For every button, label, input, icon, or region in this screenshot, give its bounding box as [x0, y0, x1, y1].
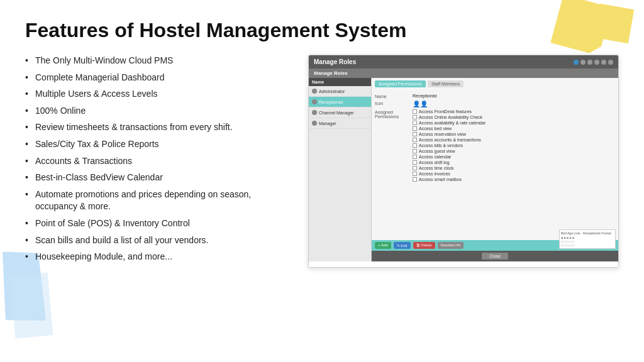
perm-item-2: Access availability & rate calendar [413, 121, 486, 125]
ui-body: Name Administrator Receptionist Channel … [309, 78, 618, 261]
avatar-icon [312, 121, 317, 126]
edit-button[interactable]: ✎ Edit [394, 242, 411, 249]
content-area: The Only Multi-Window Cloud PMSComplete … [25, 55, 619, 268]
dot4 [594, 60, 599, 65]
perm-item-0: Access FrontDesk features [413, 109, 486, 114]
ui-sidebar: Name Administrator Receptionist Channel … [309, 78, 372, 261]
perm-label-8: Access calendar [419, 155, 451, 159]
tab-assigned-permissions[interactable]: Assigned Permissions [375, 80, 426, 87]
perm-item-10: Access time clock [413, 166, 486, 170]
form-label-name: Name [375, 94, 409, 99]
ui-form-area: Name Receptionist Icon 👤👤 AssignedPermis… [372, 90, 618, 240]
perm-item-7: Access guest view [413, 149, 486, 153]
dot3 [587, 60, 592, 65]
feature-item-6: Accounts & Transactions [25, 155, 289, 168]
feature-item-8: Automate promotions and prices depending… [25, 189, 289, 213]
perm-label-5: Access accounts & transactions [419, 138, 481, 142]
perm-item-1: Access Online Availability Check [413, 115, 486, 119]
ui-tabs-area: Assigned Permissions Staff Members [372, 78, 618, 90]
form-label-icon: Icon [375, 101, 409, 106]
perm-label-9: Access shift log [419, 160, 450, 165]
avatar-icon [312, 99, 317, 104]
perm-item-11: Access invoices [413, 172, 486, 176]
sidebar-label-channel-manager: Channel Manager [319, 111, 354, 115]
sidebar-item-manager[interactable]: Manager [309, 118, 371, 129]
perm-label-1: Access Online Availability Check [419, 115, 482, 119]
form-row-name: Name Receptionist [375, 94, 615, 99]
perm-checkbox-2[interactable] [413, 121, 417, 125]
feature-item-3: 100% Online [25, 105, 289, 118]
close-button[interactable]: Close [482, 253, 508, 260]
tab-staff-members[interactable]: Staff Members [428, 80, 464, 87]
perm-label-7: Access guest view [419, 149, 455, 153]
ui-tabs: Assigned Permissions Staff Members [375, 80, 615, 87]
sidebar-label-manager: Manager [319, 121, 336, 126]
sidebar-label-administrator: Administrator [319, 89, 345, 94]
ui-subheader: Manage Roles [309, 69, 618, 78]
delete-button[interactable]: 🗑 Delete [413, 242, 435, 249]
ui-subheader-title: Manage Roles [314, 70, 348, 76]
perm-label-3: Access bed view [419, 126, 452, 131]
perm-checkbox-7[interactable] [413, 149, 417, 153]
sidebar-item-receptionist[interactable]: Receptionist [309, 97, 371, 107]
sidebar-item-channel-manager[interactable]: Channel Manager [309, 107, 371, 118]
perm-checkbox-6[interactable] [413, 143, 417, 148]
perm-label-12: Access smart mailbox [419, 177, 462, 182]
perm-checkbox-3[interactable] [413, 126, 417, 131]
perm-label-11: Access invoices [419, 172, 450, 176]
perm-checkbox-10[interactable] [413, 166, 417, 170]
page-container: Features of Hostel Management System The… [0, 0, 644, 362]
form-value-icon: 👤👤 [413, 101, 428, 107]
ui-header-title: Manage Roles [314, 58, 356, 65]
feature-item-10: Scan bills and build a list of all your … [25, 234, 289, 247]
ui-header-bar: Manage Roles [309, 55, 618, 69]
add-button[interactable]: + Add [375, 242, 391, 249]
perm-item-9: Access shift log [413, 160, 486, 165]
feature-item-11: Housekeeping Module, and more... [25, 251, 289, 263]
deselect-all-button[interactable]: Deselect All [438, 242, 464, 249]
avatar-icon [312, 89, 317, 94]
perm-checkbox-8[interactable] [413, 155, 417, 159]
feature-item-1: Complete Managerial Dashboard [25, 72, 289, 84]
perm-checkbox-4[interactable] [413, 132, 417, 136]
deco-blue-left2 [10, 273, 53, 339]
ui-close-bar: Close [372, 251, 618, 261]
feature-item-4: Review timesheets & transactions from ev… [25, 121, 289, 134]
perm-checkbox-1[interactable] [413, 115, 417, 119]
perm-item-3: Access bed view [413, 126, 486, 131]
perm-label-10: Access time clock [419, 166, 454, 170]
perm-label-6: Access bills & vendors [419, 143, 463, 148]
form-row-assigned: AssignedPermissions Access FrontDesk fea… [375, 109, 615, 183]
dot2 [580, 60, 586, 65]
perm-label-2: Access availability & rate calendar [419, 121, 486, 125]
feature-item-9: Point of Sale (POS) & Inventory Control [25, 217, 289, 230]
feature-item-2: Multiple Users & Access Levels [25, 88, 289, 101]
perm-label-0: Access FrontDesk features [419, 109, 472, 114]
dot5 [601, 60, 606, 65]
permissions-list: Access FrontDesk featuresAccess Online A… [413, 109, 486, 183]
form-label-assigned: AssignedPermissions [375, 109, 409, 119]
perm-item-8: Access calendar [413, 155, 486, 159]
perm-checkbox-5[interactable] [413, 138, 417, 142]
ui-sidebar-header: Name [309, 78, 371, 86]
avatar-icon [312, 110, 317, 115]
perm-label-4: Access reservation view [419, 132, 466, 136]
form-row-icon: Icon 👤👤 [375, 101, 615, 107]
sidebar-item-administrator[interactable]: Administrator [309, 86, 371, 97]
perm-item-12: Access smart mailbox [413, 177, 486, 182]
feature-item-5: Sales/City Tax & Police Reports [25, 138, 289, 151]
feature-item-7: Best-in-Class BedView Calendar [25, 172, 289, 184]
sidebar-label-receptionist: Receptionist [319, 100, 343, 104]
ui-main-wrapper: Assigned Permissions Staff Members Name … [372, 78, 618, 261]
person-icon: 👤👤 [413, 101, 428, 107]
perm-checkbox-0[interactable] [413, 109, 417, 114]
mini-table: Bed Age Lists - Receptionist Format ■ ■ … [559, 229, 616, 240]
perm-checkbox-12[interactable] [413, 177, 417, 182]
perm-checkbox-9[interactable] [413, 160, 417, 165]
ui-header-dots [574, 60, 613, 65]
form-value-name: Receptionist [413, 94, 437, 98]
features-list: The Only Multi-Window Cloud PMSComplete … [25, 55, 289, 268]
perm-item-6: Access bills & vendors [413, 143, 486, 148]
page-title: Features of Hostel Management System [25, 19, 619, 42]
perm-checkbox-11[interactable] [413, 172, 417, 176]
